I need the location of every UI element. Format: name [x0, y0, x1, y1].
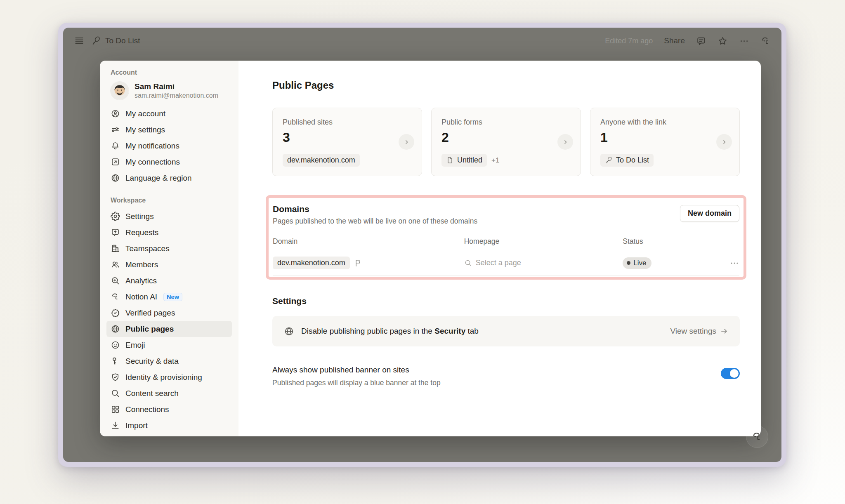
chevron-right-icon[interactable] [399, 134, 414, 150]
edited-timestamp: Edited 7m ago [605, 37, 653, 45]
sidebar-item-user-profile[interactable]: Sam Raimi sam.raimi@makenotion.com [106, 80, 232, 106]
sidebar-item-label: Emoji [125, 341, 145, 350]
notion-ai-face-icon [111, 292, 120, 301]
toggle-knob [730, 369, 739, 378]
domain-name-chip[interactable]: dev.makenotion.com [273, 257, 350, 269]
sidebar-item-content-search[interactable]: Content search [106, 385, 232, 401]
sidebar-item-label: Settings [125, 212, 154, 221]
banner-toggle-switch[interactable] [721, 368, 740, 379]
verified-badge-icon [111, 308, 120, 318]
sidebar-item-notion-ai[interactable]: Notion AI New [106, 289, 232, 305]
banner-toggle-row: Always show published banner on sites Pu… [272, 365, 740, 387]
app-topbar: To Do List Edited 7m ago Share [63, 28, 781, 54]
bell-icon [111, 141, 120, 151]
sidebar-item-settings[interactable]: Settings [106, 208, 232, 224]
sidebar-item-identity-provisioning[interactable]: Identity & provisioning [106, 369, 232, 385]
sidebar-item-label: Members [125, 260, 158, 269]
new-badge: New [163, 293, 182, 301]
notion-ai-floating-button[interactable] [746, 426, 768, 448]
sidebar-item-public-pages[interactable]: Public pages [106, 321, 232, 337]
anyone-with-link-card[interactable]: Anyone with the link 1 To Do List [590, 108, 740, 176]
comment-icon[interactable] [696, 36, 706, 46]
workspace-section-label: Workspace [106, 197, 232, 204]
chevron-right-icon[interactable] [716, 134, 732, 150]
sidebar-item-analytics[interactable]: Analytics [106, 273, 232, 289]
new-domain-button[interactable]: New domain [680, 205, 739, 222]
globe-icon [111, 173, 120, 183]
page-breadcrumb-title: To Do List [105, 36, 140, 45]
chip-overflow-count: +1 [491, 156, 499, 165]
dimmed-app-backdrop: To Do List Edited 7m ago Share Account [63, 28, 781, 462]
sidebar-item-label: Security & data [125, 357, 179, 366]
public-pages-panel: Public Pages Published sites 3 dev.maken… [238, 61, 761, 436]
view-settings-link[interactable]: View settings [670, 327, 728, 336]
chip-label: dev.makenotion.com [287, 156, 355, 165]
sidebar-item-my-account[interactable]: My account [106, 106, 232, 122]
published-sites-card[interactable]: Published sites 3 dev.makenotion.com [272, 108, 422, 176]
arrow-right-icon [720, 327, 728, 335]
smiley-icon [111, 340, 120, 350]
column-header-status: Status [623, 237, 720, 246]
public-forms-card[interactable]: Public forms 2 Untitled +1 [431, 108, 581, 176]
star-icon[interactable] [718, 36, 728, 46]
search-plus-icon [111, 276, 120, 285]
security-notice-text: Disable publishing public pages in the S… [301, 327, 479, 336]
security-notice-panel: Disable publishing public pages in the S… [272, 316, 740, 346]
column-header-homepage: Homepage [464, 237, 623, 246]
sidebar-item-label: Identity & provisioning [125, 373, 202, 382]
sidebar-item-my-settings[interactable]: My settings [106, 122, 232, 138]
more-options-icon[interactable] [739, 36, 749, 46]
flag-icon[interactable] [354, 259, 362, 267]
sidebar-item-label: Verified pages [125, 309, 175, 318]
sidebar-item-label: My account [125, 109, 165, 118]
status-badge: Live [623, 257, 651, 269]
request-bubble-icon [111, 228, 120, 237]
sidebar-item-my-notifications[interactable]: My notifications [106, 138, 232, 154]
search-icon [111, 389, 120, 398]
card-count: 2 [441, 130, 571, 145]
page-icon [446, 156, 454, 164]
sidebar-item-import[interactable]: Import [106, 417, 232, 433]
sidebar-item-security-data[interactable]: Security & data [106, 353, 232, 369]
domain-name: dev.makenotion.com [277, 259, 345, 267]
notion-ai-face-icon[interactable] [760, 36, 771, 46]
domain-chip[interactable]: dev.makenotion.com [283, 154, 360, 167]
sidebar-item-verified-pages[interactable]: Verified pages [106, 305, 232, 321]
homepage-select[interactable]: Select a page [464, 259, 623, 267]
search-icon [464, 259, 472, 267]
globe-icon [111, 324, 120, 334]
settings-modal: Account Sam Raimi sam.raimi@makenotion.c… [100, 61, 761, 436]
badminton-racket-icon [605, 156, 613, 164]
sidebar-item-members[interactable]: Members [106, 257, 232, 273]
more-options-icon[interactable] [729, 258, 739, 268]
arrow-out-box-icon [111, 157, 120, 167]
sidebar-item-label: Public pages [125, 325, 174, 334]
chip-label: Untitled [457, 156, 482, 165]
sidebar-item-emoji[interactable]: Emoji [106, 337, 232, 353]
live-dot [627, 261, 630, 265]
page-chip[interactable]: Untitled [441, 154, 487, 167]
sidebar-item-label: Connections [125, 405, 169, 414]
chevron-right-icon[interactable] [557, 134, 573, 150]
user-email: sam.raimi@makenotion.com [135, 92, 218, 100]
sidebar-item-my-connections[interactable]: My connections [106, 154, 232, 170]
sidebar-item-language-region[interactable]: Language & region [106, 170, 232, 186]
breadcrumb[interactable]: To Do List [91, 36, 140, 46]
settings-section-title: Settings [272, 296, 740, 306]
import-arrow-icon [111, 421, 120, 430]
sidebar-item-label: Analytics [125, 276, 157, 285]
sidebar-item-label: Notion AI [125, 292, 157, 301]
sidebar-item-teamspaces[interactable]: Teamspaces [106, 240, 232, 257]
key-icon [111, 356, 120, 366]
domains-subtitle: Pages published to the web will be live … [273, 217, 477, 226]
card-count: 3 [283, 130, 412, 145]
sliders-icon [111, 125, 120, 134]
sidebar-item-requests[interactable]: Requests [106, 224, 232, 240]
sidebar-item-connections[interactable]: Connections [106, 401, 232, 417]
menu-icon[interactable] [74, 35, 85, 46]
share-button[interactable]: Share [664, 36, 685, 45]
chip-label: To Do List [616, 156, 649, 165]
domains-title: Domains [273, 204, 477, 214]
card-label: Anyone with the link [600, 118, 729, 127]
page-chip[interactable]: To Do List [600, 154, 654, 167]
